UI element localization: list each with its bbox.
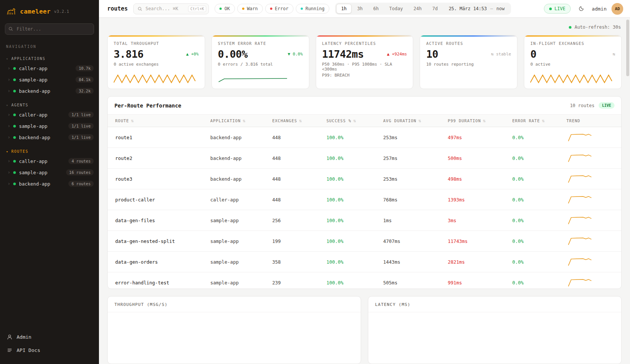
live-toggle[interactable]: LIVE: [544, 4, 571, 14]
sidebar-item-routes-sample-app[interactable]: › sample-app 16 routes: [0, 167, 99, 178]
status-dot-icon: [13, 78, 16, 81]
item-label: sample-app: [19, 170, 47, 175]
avg-duration-cell: 768ms: [379, 189, 443, 210]
sidebar-item-routes-caller-app[interactable]: › caller-app 4 routes: [0, 155, 99, 167]
stat-value: 11742ms: [322, 48, 364, 60]
section-label: ROUTES: [11, 149, 28, 154]
sidebar-item-agents-backend-app[interactable]: › backend-app 1/1 live: [0, 132, 99, 143]
scrollbar-thumb[interactable]: [626, 20, 629, 76]
search-input[interactable]: [145, 6, 185, 11]
range-today-button[interactable]: Today: [384, 4, 408, 14]
col-success[interactable]: SUCCESS %⇅: [322, 115, 378, 127]
item-badge: 1/1 live: [68, 123, 94, 129]
date-from: 25. März 14:53: [449, 6, 487, 11]
date-range-display[interactable]: 25. März 14:53 — now: [443, 6, 510, 11]
stat-label: TOTAL THROUGHPUT: [114, 41, 199, 46]
sidebar-section-routes: ▾ ROUTES › caller-app 4 routes › sample-…: [0, 147, 99, 189]
sidebar-item-applications-sample-app[interactable]: › sample-app 84.1k: [0, 74, 99, 85]
exchanges-cell: 239: [268, 272, 322, 289]
col-error-rate[interactable]: ERROR RATE⇅: [508, 115, 562, 127]
table-row[interactable]: route1 backend-app 448 100.0% 253ms 497m…: [108, 127, 621, 148]
sidebar-item-api-docs[interactable]: API Docs: [7, 344, 92, 356]
per-route-table: ROUTE⇅ APPLICATION⇅ EXCHANGES⇅ SUCCESS %…: [108, 114, 621, 289]
card-accent-bar: [420, 35, 517, 37]
stat-subtext: 10 routes reporting: [426, 62, 511, 67]
auto-refresh-label: Auto-refresh: 30s: [574, 25, 621, 30]
success-cell: 100.0%: [322, 148, 378, 169]
success-cell: 100.0%: [322, 231, 378, 252]
table-title: Per-Route Performance: [114, 103, 181, 109]
filter-running-button[interactable]: Running: [296, 4, 330, 14]
sidebar-item-routes-backend-app[interactable]: › backend-app 6 routes: [0, 178, 99, 189]
sidebar-item-applications-backend-app[interactable]: › backend-app 32.2k: [0, 85, 99, 97]
range-1h-button[interactable]: 1h: [336, 4, 351, 14]
error-rate-cell: 0.0%: [508, 189, 562, 210]
item-badge: 32.2k: [76, 88, 94, 94]
throughput-chart-card: THROUGHPUT (MSG/S): [107, 296, 361, 364]
status-dot-icon: [13, 160, 16, 163]
success-cell: 100.0%: [322, 252, 378, 272]
avg-duration-cell: 505ms: [379, 272, 443, 289]
live-dot-icon: [549, 8, 552, 10]
avatar[interactable]: AD: [611, 3, 623, 15]
range-24h-button[interactable]: 24h: [409, 4, 427, 14]
stat-value: 0.00%: [218, 48, 248, 60]
table-row[interactable]: route2 backend-app 448 100.0% 257ms 500m…: [108, 148, 621, 169]
sidebar-filter-input[interactable]: [5, 23, 94, 35]
filter-ok-button[interactable]: OK: [215, 4, 235, 14]
sidebar-item-agents-sample-app[interactable]: › sample-app 1/1 live: [0, 120, 99, 132]
footer-item-label: Admin: [17, 334, 31, 340]
date-separator: —: [490, 6, 493, 11]
exchanges-cell: 448: [268, 148, 322, 169]
table-row[interactable]: data-gen-files sample-app 256 100.0% 1ms…: [108, 210, 621, 231]
col-exchanges[interactable]: EXCHANGES⇅: [268, 115, 322, 127]
status-dot-icon: [13, 67, 16, 70]
success-cell: 100.0%: [322, 189, 378, 210]
table-row[interactable]: data-gen-orders sample-app 358 100.0% 14…: [108, 252, 621, 272]
col-trend[interactable]: TREND: [562, 115, 621, 127]
chevron-right-icon: ›: [8, 159, 10, 163]
application-cell: sample-app: [206, 210, 268, 231]
search-box[interactable]: Ctrl+K: [133, 3, 209, 14]
trend-sparkline: [567, 154, 595, 163]
nav-section-label: NAVIGATION: [0, 38, 99, 50]
table-row[interactable]: data-gen-nested-split sample-app 199 100…: [108, 231, 621, 252]
filter-error-button[interactable]: Error: [265, 4, 293, 14]
col-application[interactable]: APPLICATION⇅: [206, 115, 268, 127]
sidebar-item-admin[interactable]: Admin: [7, 331, 92, 343]
dark-mode-toggle[interactable]: [576, 3, 587, 14]
stat-delta: ⇆ stable: [491, 52, 511, 57]
section-header-routes[interactable]: ▾ ROUTES: [0, 147, 99, 155]
list-icon: [7, 347, 12, 353]
range-3h-button[interactable]: 3h: [352, 4, 368, 14]
avg-duration-cell: 1ms: [379, 210, 443, 231]
range-7d-button[interactable]: 7d: [427, 4, 442, 14]
table-row[interactable]: error-handling-test sample-app 239 100.0…: [108, 272, 621, 289]
chevron-right-icon: ›: [8, 124, 10, 128]
trend-sparkline: [567, 133, 595, 142]
stat-subtext: P50 360ms · P95 1008ms · SLA <300ms: [322, 62, 407, 72]
col-p99-duration[interactable]: P99 DURATION⇅: [443, 115, 508, 127]
sidebar-item-agents-caller-app[interactable]: › caller-app 1/1 live: [0, 109, 99, 120]
scrollbar[interactable]: [626, 20, 629, 362]
trend-sparkline: [567, 216, 595, 225]
content: Auto-refresh: 30s TOTAL THROUGHPUT 3.816…: [99, 18, 630, 364]
section-header-agents[interactable]: ▾ AGENTS: [0, 101, 99, 109]
table-row[interactable]: product-caller caller-app 448 100.0% 768…: [108, 189, 621, 210]
sidebar-item-applications-caller-app[interactable]: › caller-app 10.7k: [0, 63, 99, 74]
filter-warn-button[interactable]: Warn: [237, 4, 263, 14]
trend-sparkline: [567, 257, 595, 266]
error-rate-cell: 0.0%: [508, 169, 562, 189]
sort-icon: ⇅: [483, 119, 486, 123]
range-6h-button[interactable]: 6h: [368, 4, 383, 14]
stat-value: 10: [426, 48, 438, 60]
col-route[interactable]: ROUTE⇅: [108, 115, 206, 127]
stat-card-total-throughput: TOTAL THROUGHPUT 3.816 ▲ +0% 0 active ex…: [107, 35, 205, 89]
table-row[interactable]: route3 backend-app 448 100.0% 253ms 498m…: [108, 169, 621, 189]
exchanges-cell: 448: [268, 169, 322, 189]
main-area: routes Ctrl+K OK Warn Error Running: [99, 0, 630, 364]
col-avg-duration[interactable]: AVG DURATION⇅: [379, 115, 443, 127]
route-cell: product-caller: [108, 189, 206, 210]
application-cell: backend-app: [206, 148, 268, 169]
section-header-applications[interactable]: ▾ APPLICATIONS: [0, 55, 99, 63]
